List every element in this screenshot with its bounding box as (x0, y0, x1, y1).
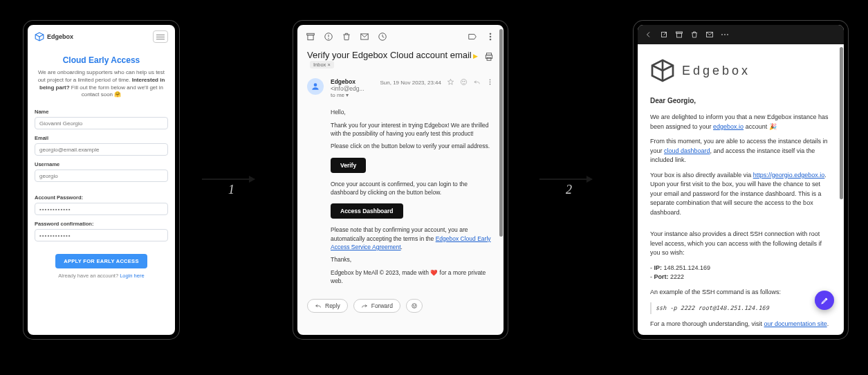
password-label: Account Password: (35, 194, 168, 201)
edgebox-io-link[interactable]: edgebox.io (713, 123, 744, 130)
instance-email-panel: ⋯ Edgebox Dear Georgio, We are delighted… (634, 21, 848, 339)
ssh-command: ssh -p 2222 root@148.251.124.169 (650, 302, 831, 314)
browser-chrome: ⋯ (638, 25, 844, 44)
email-body: Hello, Thank you for your interest in tr… (297, 102, 504, 296)
access-dashboard-button[interactable]: Access Dashboard (331, 203, 403, 219)
back-icon[interactable] (645, 30, 653, 39)
more-icon[interactable]: ⋯ (721, 30, 730, 39)
spam-icon[interactable] (324, 32, 333, 42)
ip-row: - IP: 148.251.124.169 (650, 264, 831, 273)
login-hint: Already have an account? Login here (35, 273, 168, 279)
username-label: Username (35, 161, 168, 167)
cloud-dashboard-link[interactable]: cloud dashboard (664, 147, 710, 154)
snooze-icon[interactable] (378, 32, 387, 42)
sender-name: Edgebox (331, 78, 355, 85)
scrollbar[interactable] (838, 44, 844, 335)
forward-button[interactable]: Forward (353, 299, 400, 313)
verify-button[interactable]: Verify (331, 158, 366, 173)
email-subject: Verify your Edgebox Cloud account email (307, 50, 472, 60)
signup-form-panel: Edgebox Cloud Early Access We are onboar… (24, 21, 179, 339)
box-url-para: Your box is also directly available via … (650, 171, 831, 218)
svg-point-6 (329, 39, 329, 39)
flow-arrow-2: 2 (539, 179, 592, 197)
login-link[interactable]: Login here (120, 273, 144, 279)
open-external-icon[interactable] (660, 30, 668, 39)
svg-point-23 (412, 304, 417, 309)
svg-point-15 (314, 84, 317, 87)
svg-line-27 (664, 33, 667, 35)
delete-icon[interactable] (690, 30, 699, 39)
verify-email-panel: Verify your Edgebox Cloud account email … (293, 21, 508, 339)
svg-rect-14 (487, 57, 491, 60)
email-label: Email (35, 135, 168, 141)
star-icon[interactable] (447, 78, 454, 87)
to-line: to me (331, 92, 344, 98)
more-icon[interactable] (486, 32, 495, 42)
svg-point-25 (415, 305, 416, 306)
password-confirm-label: Password confirmation: (35, 221, 168, 227)
password-input[interactable] (35, 203, 168, 215)
sender-avatar (307, 78, 324, 95)
name-input[interactable] (35, 117, 168, 129)
password-confirm-input[interactable] (35, 229, 168, 241)
greeting: Dear Georgio, (650, 95, 831, 106)
reply-icon[interactable] (473, 78, 481, 87)
box-url-link[interactable]: https://georgio.edgebox.io (753, 172, 825, 179)
sender-address: <info@edg... (331, 85, 364, 92)
scrollbar[interactable] (498, 25, 504, 335)
more-vert-icon[interactable] (486, 78, 494, 87)
compose-fab[interactable] (815, 291, 834, 310)
mark-unread-icon[interactable] (705, 30, 714, 39)
svg-point-18 (463, 82, 463, 82)
port-row: - Port: 2222 (650, 273, 831, 282)
react-button[interactable] (406, 299, 423, 313)
inbox-label: Inbox × (310, 61, 334, 68)
svg-point-20 (490, 80, 490, 80)
delete-icon[interactable] (342, 32, 351, 42)
intro-text: We are onboarding supporters who can hel… (35, 69, 168, 99)
edgebox-logo-large: Edgebox (650, 58, 831, 83)
svg-point-9 (490, 33, 491, 35)
archive-icon[interactable] (306, 32, 315, 42)
intro-para: We are delighted to inform you that a ne… (650, 113, 831, 131)
hamburger-menu-button[interactable] (153, 30, 168, 43)
print-icon[interactable] (484, 52, 494, 62)
svg-marker-16 (447, 80, 453, 85)
edgebox-logo: Edgebox (35, 32, 73, 42)
apply-button[interactable]: APPLY FOR EARLY ACCESS (55, 254, 147, 268)
email-date: Sun, 19 Nov 2023, 23:44 (380, 80, 441, 86)
ssh-intro: Your instance also provides a direct SSH… (650, 230, 831, 258)
username-input[interactable] (35, 170, 168, 182)
docs-link[interactable]: our documentation site (764, 320, 827, 327)
flow-arrow-1: 1 (202, 179, 255, 197)
ssh-example-label: An example of the SSH command is as foll… (650, 288, 831, 298)
svg-point-10 (490, 36, 491, 37)
svg-point-24 (413, 305, 414, 306)
expand-recipients-icon[interactable]: ▾ (346, 92, 349, 98)
labels-icon[interactable] (468, 32, 477, 42)
email-toolbar (297, 25, 504, 48)
svg-rect-29 (677, 33, 682, 37)
page-title: Cloud Early Access (35, 55, 168, 65)
brand-text: Edgebox (47, 33, 73, 40)
email-input[interactable] (35, 143, 168, 156)
svg-point-19 (464, 82, 465, 82)
svg-point-22 (490, 84, 490, 84)
mark-unread-icon[interactable] (360, 32, 369, 42)
svg-point-21 (490, 82, 490, 82)
name-label: Name (35, 109, 168, 115)
reply-button[interactable]: Reply (307, 299, 348, 313)
svg-rect-3 (308, 35, 313, 40)
emoji-icon[interactable] (460, 78, 468, 87)
archive-icon[interactable] (675, 30, 683, 39)
docs-para: For a more thorough understanding, visit… (650, 320, 831, 329)
brand-text: Edgebox (682, 62, 750, 80)
dashboard-para: From this moment, you are able to access… (650, 137, 831, 165)
svg-point-17 (461, 80, 466, 85)
svg-point-11 (490, 39, 491, 40)
